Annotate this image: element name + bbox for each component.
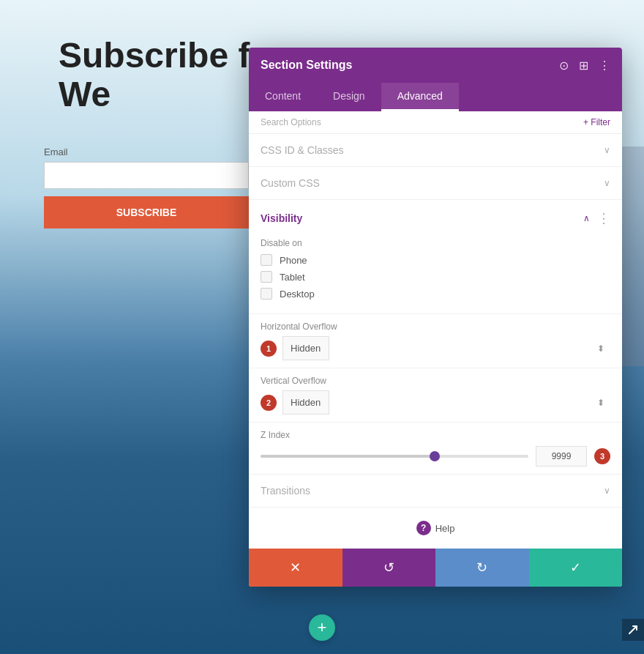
- modal-tabs: Content Design Advanced: [249, 83, 622, 111]
- vertical-overflow-row: 2 Hidden Default Visible Scroll Auto: [261, 390, 610, 415]
- redo-button[interactable]: ↻: [435, 549, 529, 587]
- z-index-slider-track[interactable]: [261, 455, 528, 458]
- custom-css-chevron: ∨: [604, 178, 610, 188]
- phone-label: Phone: [280, 255, 307, 266]
- modal-title: Section Settings: [261, 59, 352, 72]
- disable-on-section: Disable on Phone Tablet Desktop: [249, 232, 622, 313]
- tablet-label: Tablet: [280, 272, 305, 283]
- search-options-bar: Search Options + Filter: [249, 111, 622, 134]
- css-id-classes-section[interactable]: CSS ID & Classes ∨: [249, 134, 622, 167]
- custom-css-section[interactable]: Custom CSS ∨: [249, 167, 622, 200]
- visibility-controls: ∧ ⋮: [583, 210, 610, 226]
- search-options-label: Search Options: [261, 117, 321, 127]
- transitions-label: Transitions: [261, 485, 310, 497]
- horizontal-overflow-group: Horizontal Overflow 1 Hidden Default Vis…: [249, 313, 622, 368]
- help-section: ? Help: [249, 507, 622, 549]
- css-id-classes-chevron: ∨: [604, 145, 610, 155]
- modal-body: Search Options + Filter CSS ID & Classes…: [249, 111, 622, 549]
- z-index-group: Z Index 3: [249, 422, 622, 474]
- tab-content[interactable]: Content: [249, 83, 317, 111]
- checkbox-tablet: Tablet: [261, 271, 610, 283]
- horizontal-overflow-label: Horizontal Overflow: [261, 322, 610, 332]
- filter-button[interactable]: + Filter: [583, 117, 610, 127]
- horizontal-overflow-badge: 1: [261, 341, 277, 357]
- z-index-label: Z Index: [261, 430, 610, 440]
- corner-arrow-icon: [628, 625, 638, 635]
- z-index-input[interactable]: [536, 446, 587, 467]
- cancel-icon: ✕: [290, 560, 301, 576]
- save-button[interactable]: ✓: [529, 549, 623, 587]
- modal-header-icons: ⊙ ⊞ ⋮: [559, 59, 610, 73]
- tab-advanced[interactable]: Advanced: [381, 83, 459, 111]
- horizontal-overflow-select[interactable]: Hidden Default Visible Scroll Auto: [282, 336, 329, 360]
- grid-icon[interactable]: ⊞: [579, 59, 588, 73]
- phone-checkbox[interactable]: [261, 254, 272, 266]
- z-index-slider-thumb[interactable]: [430, 451, 440, 461]
- transitions-chevron: ∨: [604, 486, 610, 496]
- disable-on-label: Disable on: [261, 238, 610, 248]
- undo-icon: ↺: [383, 560, 394, 576]
- save-icon: ✓: [570, 560, 581, 576]
- visibility-header: Visibility ∧ ⋮: [249, 200, 622, 232]
- vertical-overflow-badge: 2: [261, 395, 277, 411]
- subscribe-button[interactable]: SUBSCRIBE: [44, 196, 249, 228]
- email-form-area: Email SUBSCRIBE: [44, 146, 249, 228]
- horizontal-overflow-select-wrapper: Hidden Default Visible Scroll Auto: [282, 336, 610, 360]
- email-label: Email: [44, 146, 249, 157]
- custom-css-label: Custom CSS: [261, 177, 320, 189]
- z-index-row: 3: [261, 446, 610, 467]
- css-id-classes-label: CSS ID & Classes: [261, 144, 344, 156]
- vertical-overflow-label: Vertical Overflow: [261, 376, 610, 386]
- email-input[interactable]: [44, 162, 249, 189]
- help-icon: ?: [416, 521, 431, 535]
- more-icon[interactable]: ⋮: [599, 59, 610, 73]
- checkbox-phone: Phone: [261, 254, 610, 266]
- transitions-section[interactable]: Transitions ∨: [249, 474, 622, 507]
- z-index-slider-fill: [261, 455, 435, 458]
- vertical-overflow-select-wrapper: Hidden Default Visible Scroll Auto: [282, 390, 610, 415]
- visibility-chevron[interactable]: ∧: [583, 213, 590, 223]
- desktop-label: Desktop: [280, 289, 315, 300]
- modal-header: Section Settings ⊙ ⊞ ⋮: [249, 48, 622, 83]
- tab-design[interactable]: Design: [317, 83, 381, 111]
- undo-button[interactable]: ↺: [342, 549, 436, 587]
- target-icon[interactable]: ⊙: [559, 59, 569, 73]
- help-label[interactable]: Help: [435, 523, 455, 534]
- desktop-checkbox[interactable]: [261, 288, 272, 300]
- cancel-button[interactable]: ✕: [249, 549, 342, 587]
- add-button[interactable]: +: [309, 614, 335, 641]
- section-settings-modal: Section Settings ⊙ ⊞ ⋮ Content Design Ad…: [249, 48, 622, 587]
- redo-icon: ↻: [476, 560, 487, 576]
- horizontal-overflow-row: 1 Hidden Default Visible Scroll Auto: [261, 336, 610, 360]
- vertical-overflow-group: Vertical Overflow 2 Hidden Default Visib…: [249, 368, 622, 422]
- checkbox-desktop: Desktop: [261, 288, 610, 300]
- vertical-overflow-select[interactable]: Hidden Default Visible Scroll Auto: [282, 390, 329, 415]
- visibility-dots[interactable]: ⋮: [597, 210, 610, 226]
- tablet-checkbox[interactable]: [261, 271, 272, 283]
- modal-footer: ✕ ↺ ↻ ✓: [249, 549, 622, 587]
- z-index-badge: 3: [594, 448, 610, 464]
- corner-icon[interactable]: [622, 619, 644, 641]
- visibility-title: Visibility: [261, 212, 302, 224]
